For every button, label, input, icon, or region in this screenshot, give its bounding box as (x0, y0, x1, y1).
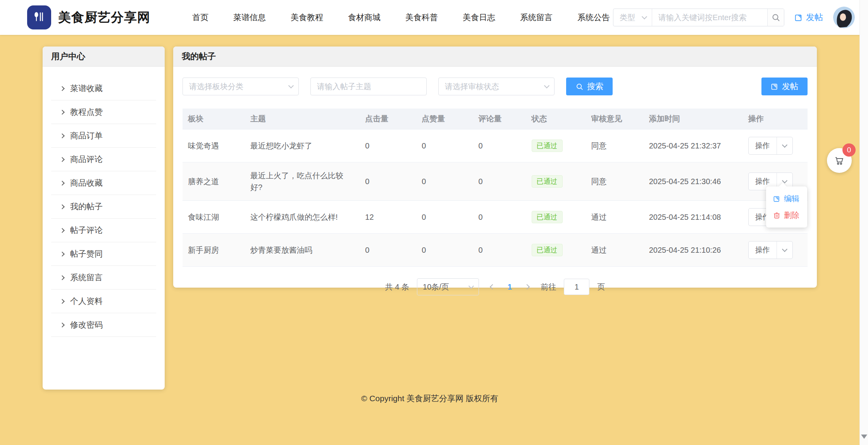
table-row: 新手厨房 炒青菜要放酱油吗 0 0 0 已通过 通过 2025-04-25 21… (183, 234, 808, 267)
user-avatar[interactable] (833, 7, 855, 28)
search-icon (771, 13, 780, 22)
pagination-total: 共 4 条 (385, 282, 409, 292)
cell-topic: 最近上火了，吃点什么比较好? (245, 162, 360, 201)
nav-item-science[interactable]: 美食科普 (405, 12, 438, 23)
cell-review: 通过 (586, 201, 644, 234)
cell-review: 同意 (586, 129, 644, 162)
row-actions-button[interactable]: 操作 (748, 241, 793, 259)
actions-caret[interactable] (777, 137, 792, 154)
cell-topic: 最近想吃小龙虾了 (245, 129, 360, 162)
cell-clicks: 0 (360, 162, 416, 201)
cell-comments: 0 (473, 129, 526, 162)
next-page-button[interactable] (521, 285, 533, 289)
search-type-placeholder: 类型 (620, 12, 635, 23)
brand[interactable]: 美食厨艺分享网 (27, 5, 150, 29)
prev-page-button[interactable] (487, 285, 498, 289)
nav-menu: 首页 菜谱信息 美食教程 食材商城 美食科普 美食日志 系统留言 系统公告 (192, 12, 610, 23)
cell-time: 2025-04-25 21:10:26 (644, 234, 743, 267)
sidebar-item-product-favorites[interactable]: 商品收藏 (51, 171, 156, 195)
pagination: 共 4 条 10条/页 1 前往 页 (173, 278, 817, 295)
nav-item-journal[interactable]: 美食日志 (463, 12, 495, 23)
page-size-select[interactable]: 10条/页 (417, 278, 479, 295)
row-actions-dropdown: 编辑 删除 (766, 186, 807, 228)
status-badge: 已通过 (532, 244, 563, 256)
chevron-down-icon (642, 14, 647, 19)
chevron-down-icon (468, 283, 474, 288)
table-row: 食味江湖 这个柠檬鸡爪做的怎么样! 12 0 0 已通过 通过 2025-04-… (183, 201, 808, 234)
table-header-row: 板块 主题 点击量 点赞量 评论量 状态 审核意见 添加时间 操作 (183, 109, 808, 129)
sidebar-item-post-comments[interactable]: 帖子评论 (51, 219, 156, 242)
cell-comments: 0 (473, 201, 526, 234)
cell-comments: 0 (473, 234, 526, 267)
cell-likes: 0 (416, 201, 473, 234)
dropdown-delete-item[interactable]: 删除 (766, 207, 807, 224)
posts-table: 板块 主题 点击量 点赞量 评论量 状态 审核意见 添加时间 操作 味觉奇遇 最… (183, 109, 808, 267)
sidebar-item-change-password[interactable]: 修改密码 (51, 313, 156, 337)
col-actions: 操作 (743, 109, 808, 129)
chevron-right-icon (60, 299, 65, 304)
cutlery-logo-icon (27, 5, 51, 29)
sidebar-list: 菜谱收藏 教程点赞 商品订单 商品评论 商品收藏 我的帖子 帖子评论 帖子赞同 … (43, 67, 165, 337)
status-badge: 已通过 (532, 140, 563, 152)
sidebar-item-product-reviews[interactable]: 商品评论 (51, 148, 156, 171)
cart-icon (834, 155, 845, 166)
search-type-select[interactable]: 类型 (613, 9, 652, 26)
navbar-post-link[interactable]: 发帖 (794, 12, 823, 23)
nav-item-tutorials[interactable]: 美食教程 (291, 12, 323, 23)
sidebar-item-profile[interactable]: 个人资料 (51, 290, 156, 313)
chevron-down-icon (782, 246, 787, 252)
sidebar-item-tutorial-likes[interactable]: 教程点赞 (51, 100, 156, 124)
col-board: 板块 (183, 109, 245, 129)
search-button[interactable]: 搜索 (566, 78, 613, 95)
chevron-right-icon (60, 323, 65, 328)
goto-page-input[interactable] (564, 279, 589, 295)
col-clicks: 点击量 (360, 109, 416, 129)
sidebar-item-orders[interactable]: 商品订单 (51, 124, 156, 148)
cart-float-button[interactable]: 0 (827, 148, 852, 173)
goto-label: 前往 (541, 282, 556, 292)
col-comments: 评论量 (473, 109, 526, 129)
col-time: 添加时间 (644, 109, 743, 129)
trash-icon (773, 212, 780, 219)
row-actions-button[interactable]: 操作 (748, 137, 793, 155)
global-search-input[interactable] (652, 9, 767, 26)
nav-item-announcements[interactable]: 系统公告 (577, 12, 610, 23)
cell-board: 膳养之道 (183, 162, 245, 201)
footer-copyright: © Copyright 美食厨艺分享网 版权所有 (0, 393, 859, 404)
status-badge: 已通过 (532, 175, 563, 188)
sidebar-item-system-messages[interactable]: 系统留言 (51, 266, 156, 290)
global-search-combo: 类型 (613, 9, 784, 26)
sidebar-item-recipe-favorites[interactable]: 菜谱收藏 (51, 77, 156, 100)
cell-likes: 0 (416, 234, 473, 267)
panel-title: 我的帖子 (173, 47, 817, 67)
cell-clicks: 0 (360, 129, 416, 162)
col-topic: 主题 (245, 109, 360, 129)
actions-caret[interactable] (777, 241, 792, 259)
nav-item-home[interactable]: 首页 (192, 12, 208, 23)
dropdown-edit-item[interactable]: 编辑 (766, 190, 807, 207)
sidebar-item-post-upvotes[interactable]: 帖子赞同 (51, 242, 156, 266)
sidebar-title: 用户中心 (43, 47, 165, 67)
nav-item-recipes[interactable]: 菜谱信息 (233, 12, 266, 23)
review-status-select[interactable]: 请选择审核状态 (438, 78, 555, 95)
nav-item-mall[interactable]: 食材商城 (348, 12, 381, 23)
nav-item-messages[interactable]: 系统留言 (520, 12, 553, 23)
board-category-select[interactable]: 请选择板块分类 (183, 78, 299, 95)
site-title: 美食厨艺分享网 (58, 9, 150, 26)
global-search-button[interactable] (767, 9, 784, 26)
table-row: 味觉奇遇 最近想吃小龙虾了 0 0 0 已通过 同意 2025-04-25 21… (183, 129, 808, 162)
chevron-down-icon (544, 83, 549, 88)
new-post-button[interactable]: 发帖 (761, 78, 808, 95)
sidebar-item-my-posts[interactable]: 我的帖子 (51, 195, 156, 219)
chevron-left-icon (490, 284, 495, 290)
scroll-down-arrow-icon[interactable] (861, 435, 867, 439)
cart-badge: 0 (842, 143, 856, 157)
filter-bar: 请选择板块分类 请选择审核状态 搜索 发帖 (183, 78, 808, 95)
navbar-right: 类型 发帖 (613, 7, 855, 28)
chevron-right-icon (60, 133, 65, 138)
topic-search-input[interactable] (310, 78, 427, 95)
page-scrollbar[interactable] (859, 0, 868, 445)
chevron-down-icon (288, 83, 294, 88)
cell-clicks: 0 (360, 234, 416, 267)
current-page[interactable]: 1 (506, 283, 513, 291)
